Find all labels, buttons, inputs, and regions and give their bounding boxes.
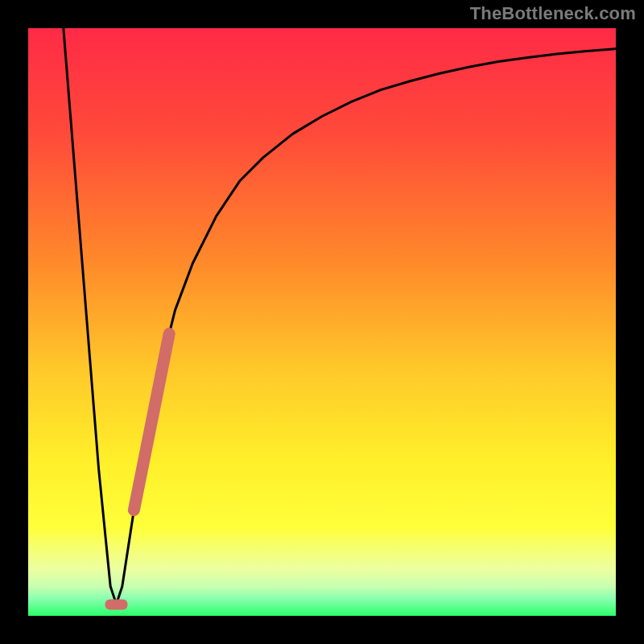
plot-area (28, 28, 616, 616)
watermark-text: TheBottleneck.com (470, 3, 636, 24)
chart-svg (28, 28, 616, 616)
chart-frame: TheBottleneck.com (0, 0, 644, 644)
optimal-marker (105, 599, 128, 609)
